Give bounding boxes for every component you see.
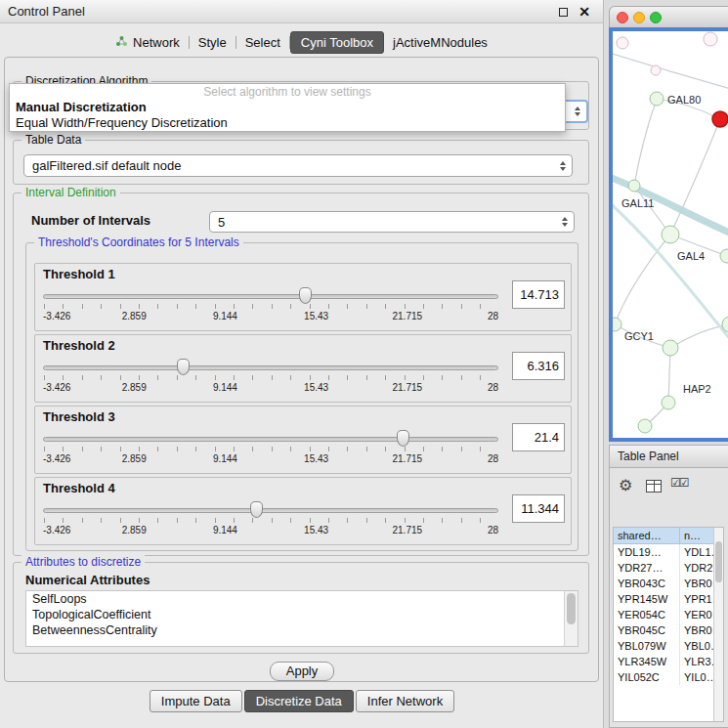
threshold-4-panel: Threshold 4 -3.426 2.859 9.144 15.43 21.… xyxy=(34,477,572,545)
table-row[interactable]: YPR145WYPR1… xyxy=(614,591,723,607)
table-row[interactable]: YDR27…YDR2… xyxy=(614,560,723,576)
close-icon[interactable]: ✕ xyxy=(578,4,590,20)
list-item[interactable]: SelfLoops xyxy=(26,591,578,607)
number-of-intervals-combobox[interactable]: 5 xyxy=(209,211,575,233)
cell[interactable]: YER054C xyxy=(614,607,680,622)
table-panel-body: ⚙ ☑☑ shared… n… YDL19…YDL1… YDR27…YDR2… … xyxy=(609,468,728,728)
table-row[interactable]: YBL079WYBL0… xyxy=(614,638,723,654)
cell[interactable]: YBR043C xyxy=(614,576,680,591)
node-gcy1[interactable] xyxy=(613,318,621,331)
slider-track[interactable] xyxy=(43,294,498,299)
node-gal4[interactable] xyxy=(662,226,679,243)
cell[interactable]: YBL079W xyxy=(614,638,680,654)
control-panel-titlebar: Control Panel ✕ xyxy=(0,0,603,23)
cell[interactable]: YDR27… xyxy=(614,560,680,576)
table-row[interactable]: YDL19…YDL1… xyxy=(614,544,723,560)
node-label: GAL4 xyxy=(677,250,705,262)
threshold-label: Threshold 3 xyxy=(43,409,115,424)
apply-button[interactable]: Apply xyxy=(270,662,334,681)
slider-track[interactable] xyxy=(43,365,498,370)
scale-label: 9.144 xyxy=(213,453,237,464)
list-scrollbar[interactable] xyxy=(564,591,578,646)
screen: Control Panel ✕ Network Style Select Cyn… xyxy=(0,0,728,728)
network-nodes[interactable] xyxy=(613,32,728,433)
threshold-2-value-field[interactable]: 6.316 xyxy=(512,352,565,380)
node[interactable] xyxy=(617,37,628,49)
scale-label: 2.859 xyxy=(122,453,147,464)
tab-cyni-toolbox[interactable]: Cyni Toolbox xyxy=(290,31,384,54)
node[interactable] xyxy=(638,419,652,433)
cell[interactable]: YDL19… xyxy=(614,544,680,560)
node-selected-red[interactable] xyxy=(712,111,728,127)
tab-jactivemnodules[interactable]: jActiveMNodules xyxy=(384,31,496,54)
cell[interactable]: YIL052C xyxy=(614,669,680,685)
list-item[interactable]: TopologicalCoefficient xyxy=(26,607,578,622)
threshold-1-slider[interactable]: -3.426 2.859 9.144 15.43 21.715 28 xyxy=(41,285,500,328)
network-window-titlebar xyxy=(609,6,728,27)
node-hap2[interactable] xyxy=(662,396,675,409)
node-table: shared… n… YDL19…YDL1… YDR27…YDR2… YBR04… xyxy=(613,527,724,722)
slider-track[interactable] xyxy=(43,508,498,513)
minimize-traffic-button[interactable] xyxy=(633,12,645,23)
table-data-group: Table Data galFiltered.sif default node xyxy=(13,140,589,185)
scale-label: 9.144 xyxy=(213,525,237,535)
cell[interactable]: YPR145W xyxy=(614,591,680,607)
table-header-row: shared… n… xyxy=(614,528,723,544)
node-gal80[interactable] xyxy=(650,92,664,106)
scrollbar-thumb[interactable] xyxy=(715,541,722,582)
columns-icon[interactable] xyxy=(646,480,662,492)
tab-select[interactable]: Select xyxy=(236,31,289,54)
cell[interactable]: YLR345W xyxy=(614,654,680,669)
table-row[interactable]: YBR043CYBR0… xyxy=(614,576,723,591)
tab-style[interactable]: Style xyxy=(190,31,236,54)
column-header-shared-name[interactable]: shared… xyxy=(614,528,680,544)
close-traffic-button[interactable] xyxy=(617,12,628,23)
thresholds-group: Threshold's Coordinates for 5 Intervals … xyxy=(25,242,578,551)
slider-thumb[interactable] xyxy=(299,287,312,304)
tab-network[interactable]: Network xyxy=(107,31,189,54)
zoom-traffic-button[interactable] xyxy=(650,12,662,23)
network-canvas[interactable]: GAL80 GAL11 GAL4 GCY1 HAP2 xyxy=(613,31,728,438)
dropdown-option-equal-width-frequency[interactable]: Equal Width/Frequency Discretization xyxy=(10,115,565,131)
tab-discretize-data[interactable]: Discretize Data xyxy=(244,690,354,712)
scale-label: 2.859 xyxy=(122,382,147,393)
minimize-icon[interactable] xyxy=(559,8,568,17)
threshold-2-slider[interactable]: -3.426 2.859 9.144 15.43 21.715 28 xyxy=(41,357,500,400)
dropdown-option-manual-discretization[interactable]: Manual Discretization xyxy=(10,100,565,115)
threshold-4-slider[interactable]: -3.426 2.859 9.144 15.43 21.715 28 xyxy=(41,499,500,542)
node-label: GAL80 xyxy=(667,94,701,106)
scale-label: -3.426 xyxy=(43,525,70,535)
attributes-list[interactable]: SelfLoops TopologicalCoefficient Between… xyxy=(25,590,578,647)
slider-scale: -3.426 2.859 9.144 15.43 21.715 28 xyxy=(43,453,498,465)
tab-infer-network[interactable]: Infer Network xyxy=(356,690,454,712)
slider-thumb[interactable] xyxy=(397,430,409,447)
select-columns-checkboxes-icon[interactable]: ☑☑ xyxy=(670,476,688,490)
threshold-1-value-field[interactable]: 14.713 xyxy=(512,280,565,309)
node[interactable] xyxy=(720,249,728,263)
threshold-3-value-field[interactable]: 21.4 xyxy=(512,423,565,451)
node[interactable] xyxy=(704,32,717,46)
slider-thumb[interactable] xyxy=(250,501,263,518)
slider-track[interactable] xyxy=(43,437,498,442)
threshold-4-value-field[interactable]: 11.344 xyxy=(512,494,565,523)
gear-icon[interactable]: ⚙ xyxy=(619,476,632,495)
node[interactable] xyxy=(651,65,661,75)
cell[interactable]: YBR045C xyxy=(614,622,680,638)
node-gal11[interactable] xyxy=(628,180,640,192)
slider-thumb[interactable] xyxy=(177,359,190,375)
table-row[interactable]: YIL052CYIL0… xyxy=(614,669,723,685)
scale-label: 15.43 xyxy=(304,525,328,535)
tab-impute-data[interactable]: Impute Data xyxy=(150,690,242,712)
table-row[interactable]: YLR345WYLR3… xyxy=(614,654,723,669)
threshold-3-slider[interactable]: -3.426 2.859 9.144 15.43 21.715 28 xyxy=(41,428,500,471)
slider-ticks xyxy=(44,375,497,380)
table-row[interactable]: YBR045CYBR0… xyxy=(614,622,723,638)
scrollbar-thumb[interactable] xyxy=(567,593,576,624)
list-item[interactable]: BetweennessCentrality xyxy=(26,622,578,638)
table-scrollbar[interactable] xyxy=(713,528,723,721)
scale-label: 15.43 xyxy=(304,453,328,464)
node[interactable] xyxy=(663,340,678,356)
threshold-label: Threshold 1 xyxy=(43,267,115,281)
table-row[interactable]: YER054CYER0… xyxy=(614,607,723,622)
table-data-combobox[interactable]: galFiltered.sif default node xyxy=(23,154,573,177)
